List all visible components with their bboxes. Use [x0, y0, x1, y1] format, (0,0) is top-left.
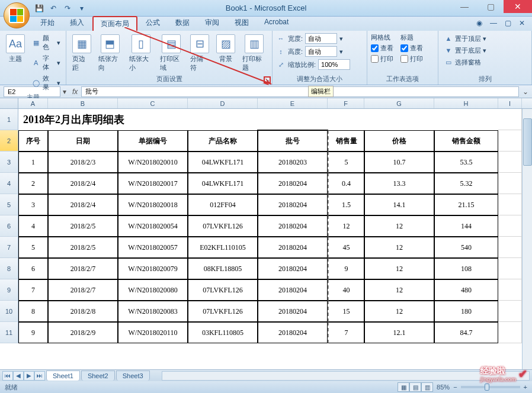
header-cell[interactable]: 单据编号	[118, 130, 188, 152]
data-cell[interactable]: W/N2018020054	[118, 215, 188, 237]
page-layout-view-icon[interactable]: ▤	[409, 382, 421, 392]
row-header-8[interactable]: 8	[0, 258, 18, 279]
help-icon[interactable]: ◉	[474, 18, 485, 28]
fx-icon[interactable]: fx	[72, 88, 78, 96]
bring-front-button[interactable]: ▲置于顶层▾	[442, 33, 488, 44]
row-header-9[interactable]: 9	[0, 279, 18, 301]
data-cell[interactable]: 2018/2/3	[48, 152, 118, 173]
data-cell[interactable]: 7	[328, 322, 364, 343]
orientation-button[interactable]: ⬒纸张方向	[96, 33, 124, 73]
data-cell[interactable]: 13.3	[364, 173, 434, 194]
spreadsheet-grid[interactable]: ABCDEFGHI 1234567891011 2018年2月出库明细表序号日期…	[0, 98, 532, 369]
headings-view-check[interactable]: 查看	[400, 44, 423, 53]
col-header-H[interactable]: H	[434, 98, 498, 108]
sheet-title-cell[interactable]: 2018年2月出库明细表	[18, 109, 498, 130]
close-button[interactable]: ✕	[504, 0, 532, 13]
selection-pane-button[interactable]: ▭选择窗格	[442, 57, 488, 67]
horizontal-scrollbar[interactable]	[162, 371, 530, 381]
row-header-11[interactable]: 11	[0, 322, 18, 343]
data-cell[interactable]: 20180204	[258, 279, 328, 301]
data-cell[interactable]: W/N2018020080	[118, 279, 188, 301]
maximize-button[interactable]: ▢	[477, 0, 504, 13]
redo-icon[interactable]: ↷	[62, 2, 73, 14]
data-cell[interactable]: 53.5	[434, 152, 498, 173]
header-cell[interactable]: 批号	[258, 130, 328, 152]
data-cell[interactable]: 144	[434, 215, 498, 237]
row-header-4[interactable]: 4	[0, 173, 18, 194]
data-cell[interactable]: 5.32	[434, 173, 498, 194]
theme-effects-button[interactable]: ◯效果▾	[30, 73, 62, 92]
data-cell[interactable]: 0.4	[328, 173, 364, 194]
sheet-nav-3[interactable]: ⏭	[34, 371, 45, 381]
data-cell[interactable]: 2018/2/5	[48, 237, 118, 258]
header-cell[interactable]: 序号	[18, 130, 48, 152]
data-cell[interactable]: 20180204	[258, 215, 328, 237]
data-cell[interactable]: 12.1	[364, 322, 434, 343]
sheet-nav-0[interactable]: ⏮	[2, 371, 13, 381]
tab-插入[interactable]: 插入	[63, 16, 91, 31]
data-cell[interactable]: 20180204	[258, 322, 328, 343]
normal-view-icon[interactable]: ▦	[398, 382, 409, 392]
data-cell[interactable]: 07LVKFL126	[188, 279, 258, 301]
header-cell[interactable]: 日期	[48, 130, 118, 152]
doc-minimize-icon[interactable]: —	[488, 18, 499, 28]
save-icon[interactable]: 💾	[33, 2, 45, 14]
data-cell[interactable]: 108	[434, 258, 498, 279]
data-cell[interactable]: 21.15	[434, 194, 498, 215]
data-cell[interactable]: 2018/2/4	[48, 173, 118, 194]
gridlines-print-check[interactable]: 打印	[371, 54, 393, 63]
data-cell[interactable]: 5	[18, 237, 48, 258]
data-cell[interactable]: 2	[18, 173, 48, 194]
data-cell[interactable]: E02KFL110105	[188, 237, 258, 258]
col-header-C[interactable]: C	[118, 98, 188, 108]
row-header-2[interactable]: 2	[0, 130, 18, 152]
tab-数据[interactable]: 数据	[168, 16, 197, 31]
data-cell[interactable]: 6	[18, 258, 48, 279]
col-header-D[interactable]: D	[188, 98, 258, 108]
col-header-G[interactable]: G	[364, 98, 434, 108]
print-area-button[interactable]: ▤打印区域	[158, 33, 186, 73]
tab-开始[interactable]: 开始	[33, 16, 62, 31]
data-cell[interactable]: 7	[18, 279, 48, 301]
data-cell[interactable]: 04LWKFL171	[188, 152, 258, 173]
tab-审阅[interactable]: 审阅	[198, 16, 226, 31]
height-input[interactable]	[305, 46, 337, 57]
data-cell[interactable]: W/N2018020010	[118, 152, 188, 173]
size-button[interactable]: ▯纸张大小	[127, 33, 155, 73]
col-header-A[interactable]: A	[18, 98, 48, 108]
data-cell[interactable]: 40	[328, 279, 364, 301]
row-header-3[interactable]: 3	[0, 152, 18, 173]
qat-more-icon[interactable]: ▾	[76, 2, 88, 14]
scale-input[interactable]	[318, 59, 350, 70]
theme-fonts-button[interactable]: A字体▾	[30, 53, 62, 72]
data-cell[interactable]: 3	[18, 194, 48, 215]
data-cell[interactable]: 9	[328, 258, 364, 279]
data-cell[interactable]: 12	[364, 237, 434, 258]
data-cell[interactable]: 10.7	[364, 152, 434, 173]
data-cell[interactable]: 8	[18, 301, 48, 322]
themes-button[interactable]: Aa主题	[4, 33, 27, 65]
sheet-tab-Sheet2[interactable]: Sheet2	[81, 371, 115, 381]
data-cell[interactable]: 07LVKFL126	[188, 215, 258, 237]
data-cell[interactable]: 84.7	[434, 322, 498, 343]
undo-icon[interactable]: ↶	[47, 2, 59, 14]
margins-button[interactable]: ▦页边距	[70, 33, 94, 73]
data-cell[interactable]: 15	[328, 301, 364, 322]
zoom-slider[interactable]	[461, 386, 520, 388]
col-header-E[interactable]: E	[258, 98, 328, 108]
doc-restore-icon[interactable]: ▢	[502, 18, 513, 28]
formula-expand-icon[interactable]: ⌄	[519, 88, 532, 96]
data-cell[interactable]: 2018/2/7	[48, 258, 118, 279]
data-cell[interactable]: 07LVKFL126	[188, 301, 258, 322]
data-cell[interactable]: 12	[364, 258, 434, 279]
data-cell[interactable]: 180	[434, 301, 498, 322]
tab-视图[interactable]: 视图	[227, 16, 256, 31]
data-cell[interactable]: 20180204	[258, 301, 328, 322]
headings-print-check[interactable]: 打印	[400, 54, 423, 63]
page-setup-launcher[interactable]: ↘	[264, 76, 271, 83]
row-header-6[interactable]: 6	[0, 215, 18, 237]
data-cell[interactable]: 04LWKFL171	[188, 173, 258, 194]
data-cell[interactable]: 4	[18, 215, 48, 237]
breaks-button[interactable]: ⊟分隔符	[188, 33, 211, 73]
data-cell[interactable]: W/N2018020018	[118, 194, 188, 215]
